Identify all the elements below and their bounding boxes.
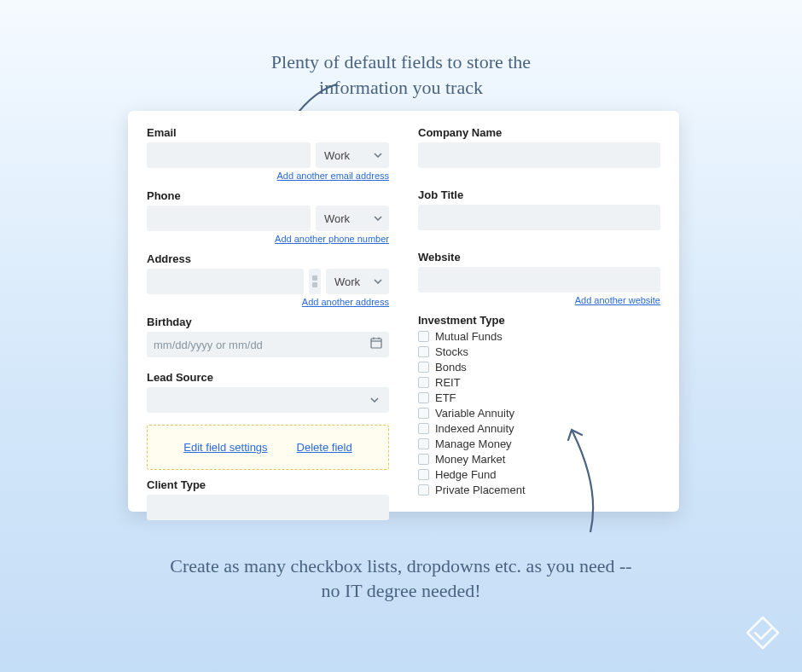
form-left-column: Email Work Add another email address Pho… [147, 126, 389, 498]
investment-type-list: Mutual FundsStocksBondsREITETFVariable A… [418, 330, 660, 496]
investment-option[interactable]: REIT [418, 376, 660, 389]
checkbox-icon [418, 346, 429, 357]
client-type-label: Client Type [147, 478, 389, 491]
investment-option[interactable]: Manage Money [418, 437, 660, 450]
checkbox-icon [418, 423, 429, 434]
address-label: Address [147, 252, 389, 265]
field-birthday: Birthday [147, 316, 389, 357]
address-type-select[interactable]: Work [326, 269, 389, 294]
investment-option-label: Private Placement [435, 484, 526, 496]
investment-option[interactable]: Private Placement [418, 484, 660, 496]
checkbox-icon [418, 484, 429, 495]
checkbox-icon [418, 408, 429, 419]
field-client-type: Client Type [147, 478, 389, 520]
email-type-select[interactable]: Work [316, 142, 389, 168]
checkbox-icon [418, 377, 429, 388]
field-investment-type: Investment Type Mutual FundsStocksBondsR… [418, 314, 660, 496]
client-type-input[interactable] [147, 495, 389, 520]
checkbox-icon [418, 469, 429, 480]
investment-option-label: Hedge Fund [435, 468, 497, 481]
annotation-bottom: Create as many checkbox lists, dropdowns… [0, 553, 802, 604]
investment-option-label: Stocks [435, 345, 468, 358]
company-label: Company Name [418, 126, 660, 139]
birthday-input[interactable] [147, 332, 389, 357]
field-email: Email Work Add another email address [147, 126, 389, 181]
checkbox-icon [418, 331, 429, 342]
arrow-bottom [556, 418, 607, 537]
field-phone: Phone Work Add another phone number [147, 189, 389, 244]
brand-logo-icon [742, 612, 783, 657]
address-input[interactable] [147, 269, 304, 294]
investment-option-label: Variable Annuity [435, 407, 514, 420]
delete-field-link[interactable]: Delete field [297, 441, 352, 454]
edit-field-settings-link[interactable]: Edit field settings [183, 441, 267, 454]
investment-option-label: Indexed Annuity [435, 422, 514, 435]
lead-source-select[interactable] [147, 387, 389, 413]
company-input[interactable] [418, 142, 660, 168]
email-input[interactable] [147, 142, 311, 168]
investment-option-label: REIT [435, 376, 461, 389]
add-email-link[interactable]: Add another email address [147, 171, 389, 181]
investment-option[interactable]: Variable Annuity [418, 407, 660, 420]
job-title-label: Job Title [418, 188, 660, 201]
birthday-label: Birthday [147, 316, 389, 328]
lead-source-label: Lead Source [147, 371, 389, 384]
chevron-down-icon [374, 216, 382, 221]
field-edit-box: Edit field settings Delete field [147, 425, 389, 470]
checkbox-icon [418, 438, 429, 449]
add-website-link[interactable]: Add another website [418, 295, 660, 305]
form-right-column: Company Name Job Title Website Add anoth… [418, 126, 660, 498]
website-label: Website [418, 251, 660, 264]
investment-option-label: Money Market [435, 453, 505, 466]
investment-option[interactable]: Bonds [418, 361, 660, 374]
email-label: Email [147, 126, 389, 139]
phone-input[interactable] [147, 206, 311, 231]
checkbox-icon [418, 392, 429, 403]
investment-type-label: Investment Type [418, 314, 660, 327]
address-reorder-handle[interactable] [309, 269, 321, 294]
chevron-down-icon [374, 279, 382, 284]
investment-option[interactable]: Stocks [418, 345, 660, 358]
phone-label: Phone [147, 189, 389, 202]
checkbox-icon [418, 362, 429, 373]
phone-type-select[interactable]: Work [316, 206, 389, 231]
investment-option-label: ETF [435, 391, 456, 404]
job-title-input[interactable] [418, 205, 660, 230]
investment-option-label: Bonds [435, 361, 467, 374]
investment-option[interactable]: Hedge Fund [418, 468, 660, 481]
checkbox-icon [418, 454, 429, 465]
field-job-title: Job Title [418, 188, 660, 230]
field-website: Website Add another website [418, 251, 660, 305]
investment-option-label: Manage Money [435, 437, 512, 450]
field-company: Company Name [418, 126, 660, 168]
add-phone-link[interactable]: Add another phone number [147, 234, 389, 244]
add-address-link[interactable]: Add another address [147, 297, 389, 307]
investment-option[interactable]: ETF [418, 391, 660, 404]
investment-option[interactable]: Mutual Funds [418, 330, 660, 343]
investment-option[interactable]: Money Market [418, 453, 660, 466]
annotation-top: Plenty of default fields to store the in… [0, 49, 802, 100]
field-lead-source: Lead Source [147, 371, 389, 413]
investment-option[interactable]: Indexed Annuity [418, 422, 660, 435]
chevron-down-icon [374, 153, 382, 158]
investment-option-label: Mutual Funds [435, 330, 503, 343]
website-input[interactable] [418, 267, 660, 293]
field-address: Address Work Add another address [147, 252, 389, 307]
